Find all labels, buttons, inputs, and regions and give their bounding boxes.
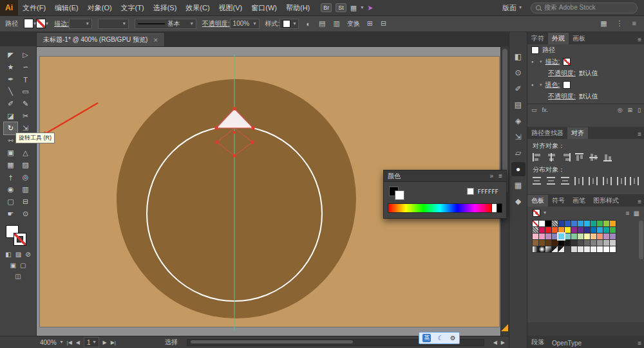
mesh-tool[interactable]: ▦: [4, 159, 17, 171]
swatch[interactable]: [539, 221, 545, 226]
new-stroke-icon[interactable]: ▭: [531, 107, 537, 113]
stroke-row-label[interactable]: 描边:: [545, 57, 560, 66]
swatch[interactable]: [533, 227, 538, 233]
swatch[interactable]: [533, 221, 538, 226]
draw-behind-button[interactable]: ▢: [20, 262, 26, 269]
selection-tool[interactable]: ◤: [4, 49, 17, 61]
paragraph-panel-menu-icon[interactable]: ≡: [634, 340, 644, 348]
menu-item[interactable]: 编辑(E): [50, 0, 83, 15]
menu-item[interactable]: 文字(T): [117, 0, 149, 15]
swatch[interactable]: [558, 227, 564, 233]
rectangle-tool[interactable]: ▭: [19, 86, 32, 98]
swatch[interactable]: [552, 234, 558, 239]
twirl-down-icon[interactable]: ▾: [540, 82, 542, 87]
color-panel-menu-icon[interactable]: ≡: [498, 172, 502, 179]
horizontal-scrollbar-thumb[interactable]: [191, 340, 354, 343]
gradient-tool[interactable]: ▨: [19, 159, 32, 171]
variable-width-dropdown[interactable]: 基本 ▾: [135, 19, 196, 29]
menu-item[interactable]: 效果(C): [181, 0, 214, 15]
hand-tool[interactable]: ☛: [4, 208, 17, 220]
duplicate-item-icon[interactable]: ⊞: [628, 107, 633, 113]
swatch[interactable]: [571, 246, 577, 252]
sp-h[interactable]: [617, 177, 627, 185]
ime-settings-icon[interactable]: ⚙: [450, 334, 456, 342]
swatch[interactable]: [603, 240, 609, 246]
fx-icon[interactable]: fx.: [542, 107, 549, 113]
stroke-weight-dropdown[interactable]: ▾: [69, 19, 92, 29]
align-left[interactable]: [533, 153, 542, 161]
menu-item[interactable]: 对象(O): [83, 0, 117, 15]
tab-symbols[interactable]: 符号: [548, 195, 569, 206]
swatch[interactable]: [539, 227, 545, 233]
stock-search-input[interactable]: 搜索 Adobe Stock: [531, 3, 638, 14]
grid-view-icon[interactable]: ▦: [634, 210, 639, 217]
swatch[interactable]: [610, 227, 616, 233]
swatch[interactable]: [584, 246, 590, 252]
swatch[interactable]: [571, 234, 577, 239]
brushes-panel-icon[interactable]: ✐: [511, 82, 526, 96]
visibility-eye-icon[interactable]: ●: [531, 83, 536, 87]
pathfinder-cluster-icon[interactable]: ⊟: [379, 19, 388, 28]
artboard-navigation-dropdown[interactable]: 1 ▾: [84, 337, 99, 347]
swatches-panel-icon[interactable]: ◧: [511, 50, 526, 64]
zoom-tool[interactable]: ⊙: [19, 208, 32, 220]
dist-vcenter[interactable]: [547, 177, 556, 185]
eyedropper-tool[interactable]: †: [4, 171, 17, 183]
document-tab[interactable]: 未标题-1* @ 400% (RGB/GPU 预览) ×: [36, 32, 165, 46]
swatch[interactable]: [597, 221, 603, 226]
list-view-icon[interactable]: ≡: [626, 210, 630, 217]
swatch[interactable]: [565, 227, 571, 233]
appearance-fill-row[interactable]: ● ▾ 填色:: [527, 79, 644, 91]
tab-appearance[interactable]: 外观: [548, 33, 569, 44]
swatch[interactable]: [578, 221, 583, 226]
swatch[interactable]: [578, 227, 583, 233]
swatch[interactable]: [610, 240, 616, 246]
transparency-panel-icon[interactable]: ▱: [511, 146, 526, 160]
swatch[interactable]: [603, 227, 609, 233]
pen-tool[interactable]: ✒: [4, 73, 17, 86]
swatch[interactable]: [578, 240, 583, 246]
swatch[interactable]: [571, 227, 577, 233]
swatch[interactable]: [533, 240, 538, 246]
fill-row-swatch[interactable]: [563, 81, 571, 89]
align-bottom[interactable]: [603, 153, 613, 161]
draw-normal-button[interactable]: ▣: [10, 262, 16, 269]
scroll-left-icon[interactable]: ◀: [493, 340, 497, 345]
menu-item[interactable]: 选择(S): [149, 0, 182, 15]
menu-item[interactable]: 文件(F): [18, 0, 50, 15]
lasso-tool[interactable]: ∽: [19, 61, 32, 73]
swatch[interactable]: [610, 246, 616, 252]
stroke-opacity-row[interactable]: 不透明度: 默认值: [527, 68, 644, 79]
swatch[interactable]: [545, 240, 551, 246]
symbol-sprayer-tool[interactable]: ◉: [4, 183, 17, 196]
clear-appearance-icon[interactable]: ◎: [618, 107, 623, 113]
swatch[interactable]: [545, 234, 551, 239]
preferences-icon[interactable]: ▥: [332, 19, 341, 28]
perspective-grid-tool[interactable]: △: [19, 147, 32, 159]
swatch[interactable]: [597, 240, 603, 246]
swatch[interactable]: [565, 240, 571, 246]
share-icon[interactable]: ➤: [367, 4, 373, 12]
swatch[interactable]: [584, 227, 590, 233]
control-menu-icon[interactable]: ≡: [631, 19, 638, 28]
color-panel-header[interactable]: 颜色 » ≡: [384, 170, 506, 182]
layers-panel-icon[interactable]: ◆: [511, 194, 526, 208]
arrange-docs-icon[interactable]: ▦: [599, 19, 608, 28]
slice-tool[interactable]: ⊟: [19, 196, 32, 208]
appearance-panel-menu-icon[interactable]: ≡: [634, 36, 644, 44]
scissors-tool[interactable]: ✂: [19, 110, 32, 122]
fill-opacity-label[interactable]: 不透明度:: [548, 92, 576, 101]
toolbar-stroke-swatch[interactable]: [14, 233, 26, 246]
close-tab-icon[interactable]: ×: [153, 36, 157, 44]
magic-wand-tool[interactable]: ★: [4, 61, 17, 73]
swatch[interactable]: [539, 234, 545, 239]
swatch[interactable]: [539, 240, 545, 246]
swatch[interactable]: [603, 246, 609, 252]
bridge-button[interactable]: Br: [321, 3, 332, 12]
align-top[interactable]: [575, 153, 585, 161]
next-last-artboard-button[interactable]: ▶: [103, 340, 107, 345]
none-swatch[interactable]: [533, 209, 540, 217]
color-button[interactable]: ◧: [5, 251, 11, 258]
appearance-object-row[interactable]: 路径: [527, 44, 644, 56]
swatch[interactable]: [597, 234, 603, 239]
